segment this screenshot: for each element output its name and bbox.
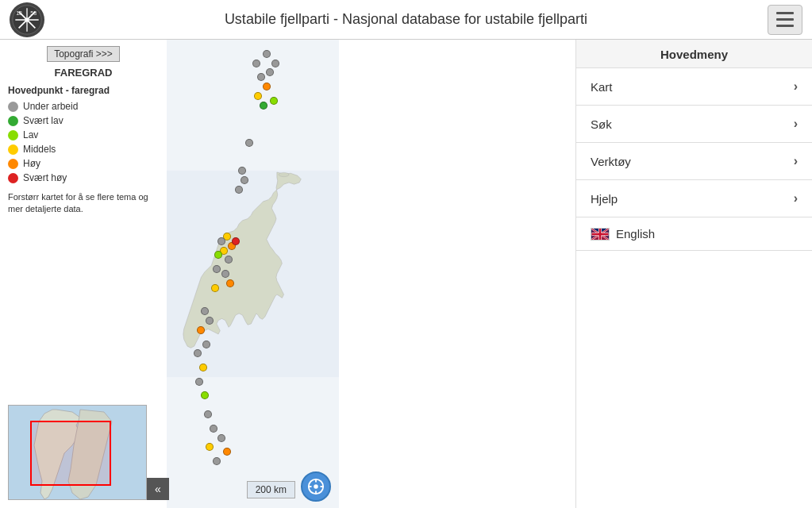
menu-item-verktoy[interactable]: Verktøy › — [576, 143, 812, 180]
map-data-dot[interactable] — [271, 60, 279, 67]
map-data-dot[interactable] — [221, 270, 229, 278]
hamburger-line — [776, 12, 794, 14]
legend-item-label: Høy — [23, 158, 40, 169]
compass-button[interactable] — [301, 471, 331, 502]
uk-flag-icon — [591, 228, 610, 241]
map-data-dot[interactable] — [263, 50, 271, 58]
legend-item-label: Svært lav — [23, 115, 63, 126]
map-data-dot[interactable] — [270, 97, 278, 105]
map-data-dot[interactable] — [195, 378, 203, 386]
map-data-dot[interactable] — [257, 73, 265, 81]
legend-item-label: Middels — [23, 144, 56, 155]
map-data-dot[interactable] — [223, 448, 231, 456]
map-data-dot[interactable] — [254, 92, 262, 100]
legend-color-dot — [8, 144, 18, 155]
map-data-dot[interactable] — [238, 167, 246, 175]
map-data-dot[interactable] — [197, 326, 205, 334]
right-panel: Hovedmeny Kart › Søk › Verktøy › Hjelp › — [575, 40, 812, 508]
legend-item: Svært høy — [8, 172, 159, 183]
topo-button[interactable]: Topografi >>> — [47, 46, 120, 62]
left-panel: Topografi >>> FAREGRAD Hovedpunkt - fare… — [0, 40, 167, 508]
map-data-dot[interactable] — [232, 237, 240, 245]
map-data-dot[interactable] — [235, 186, 243, 194]
main-area: Topografi >>> FAREGRAD Hovedpunkt - fare… — [0, 40, 812, 508]
map-area[interactable]: 200 km — [167, 40, 339, 508]
legend-color-dot — [8, 102, 18, 112]
map-data-dot[interactable] — [199, 364, 207, 371]
svg-rect-11 — [31, 421, 110, 485]
map-data-dot[interactable] — [213, 457, 221, 465]
mini-map-inner — [9, 406, 146, 499]
hamburger-line — [776, 18, 794, 21]
menu-item-hjelp[interactable]: Hjelp › — [576, 180, 812, 217]
map-data-dot[interactable] — [210, 425, 217, 433]
legend-item: Svært lav — [8, 115, 159, 126]
map-data-dot[interactable] — [217, 434, 225, 442]
app-header: 18 58 Ustabile fjellparti - Nasjonal dat… — [0, 0, 812, 40]
faregrad-label: FAREGRAD — [8, 67, 159, 79]
map-data-dot[interactable] — [213, 265, 221, 273]
map-data-dot[interactable] — [201, 391, 209, 399]
legend-item-label: Under arbeid — [23, 101, 78, 112]
hamburger-button[interactable] — [768, 5, 802, 35]
map-data-dot[interactable] — [204, 410, 212, 418]
legend-item: Høy — [8, 158, 159, 169]
legend-item: Under arbeid — [8, 101, 159, 112]
legend-item: Middels — [8, 144, 159, 155]
map-data-dot[interactable] — [206, 317, 214, 325]
scale-bar: 200 km — [247, 481, 295, 498]
legend-color-dot — [8, 116, 18, 126]
map-data-dot[interactable] — [226, 279, 234, 287]
menu-item-label: Verktøy — [591, 155, 631, 168]
map-data-dot[interactable] — [263, 83, 271, 90]
chevron-right-icon: › — [794, 117, 798, 131]
dots-container — [167, 40, 339, 508]
chevron-right-icon: › — [794, 79, 798, 94]
menu-title: Hovedmeny — [576, 40, 812, 68]
map-data-dot[interactable] — [217, 237, 225, 245]
map-data-dot[interactable] — [211, 284, 219, 292]
svg-point-15 — [314, 485, 317, 488]
menu-item-kart[interactable]: Kart › — [576, 68, 812, 106]
map-data-dot[interactable] — [245, 139, 253, 147]
mini-map[interactable] — [8, 405, 147, 500]
legend-color-dot — [8, 159, 18, 169]
menu-item-label: Kart — [591, 80, 613, 94]
legend-list: Under arbeid Svært lav Lav Middels Høy S… — [8, 101, 159, 183]
map-data-dot[interactable] — [214, 251, 222, 259]
map-data-dot[interactable] — [194, 349, 202, 357]
map-data-dot[interactable] — [202, 341, 210, 348]
chevron-right-icon: › — [794, 191, 798, 206]
legend-title: Hovedpunkt - faregrad — [8, 85, 159, 96]
map-data-dot[interactable] — [260, 102, 267, 110]
svg-rect-30 — [592, 233, 609, 235]
logo: 18 58 — [10, 2, 44, 37]
menu-item-sok[interactable]: Søk › — [576, 106, 812, 143]
info-text: Forstørr kartet for å se flere tema og m… — [8, 191, 159, 216]
english-label: English — [616, 227, 655, 241]
map-data-dot[interactable] — [201, 307, 209, 315]
menu-item-label: Hjelp — [591, 192, 618, 206]
map-data-dot[interactable] — [225, 256, 233, 264]
english-menu-item[interactable]: English — [576, 217, 812, 251]
hamburger-line — [776, 25, 794, 27]
mini-map-toggle-button[interactable]: « — [147, 478, 169, 500]
legend-color-dot — [8, 130, 18, 140]
legend-color-dot — [8, 173, 18, 183]
map-data-dot[interactable] — [266, 68, 274, 76]
map-data-dot[interactable] — [241, 176, 248, 184]
chevron-right-icon: › — [794, 154, 798, 168]
map-data-dot[interactable] — [252, 60, 260, 67]
legend-item-label: Lav — [23, 129, 38, 140]
page-title: Ustabile fjellparti - Nasjonal database … — [44, 11, 768, 28]
legend-item-label: Svært høy — [23, 172, 67, 183]
menu-item-label: Søk — [591, 117, 612, 131]
menu-items-list: Kart › Søk › Verktøy › Hjelp › — [576, 68, 812, 217]
legend-item: Lav — [8, 129, 159, 140]
map-data-dot[interactable] — [206, 443, 214, 451]
